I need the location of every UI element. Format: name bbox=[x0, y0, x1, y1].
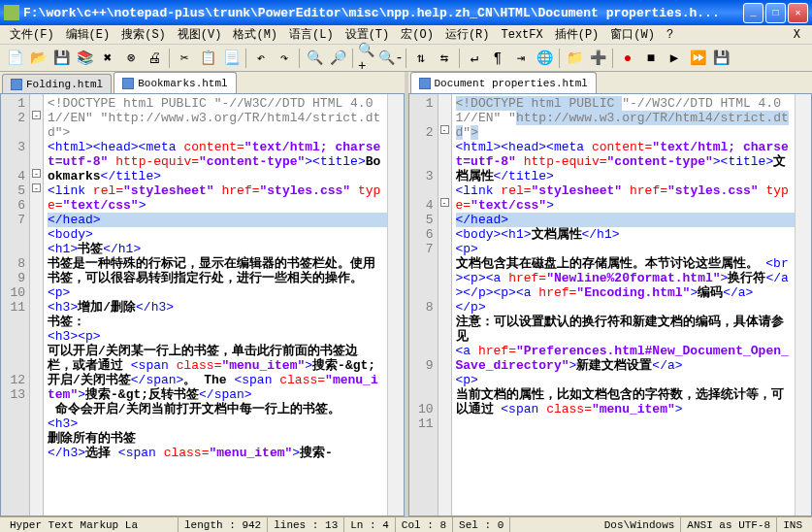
folder-icon[interactable]: 📁 bbox=[564, 48, 585, 69]
new-icon[interactable]: 📄 bbox=[4, 48, 25, 69]
menu-窗口(W)[interactable]: 窗口(W) bbox=[604, 24, 661, 45]
save-icon[interactable]: 💾 bbox=[50, 48, 72, 69]
main-area: Folding.htmlBookmarks.html 12 3 4567 891… bbox=[0, 72, 812, 516]
fast-icon[interactable]: ⏩ bbox=[687, 48, 708, 69]
left-tabs: Folding.htmlBookmarks.html bbox=[0, 72, 405, 93]
left-code[interactable]: <!DOCTYPE html PUBLIC "-//W3C//DTD HTML … bbox=[44, 94, 387, 515]
toolbar: 📄 📂 💾 📚 ✖ ⊗ 🖨 ✂ 📋 📃 ↶ ↷ 🔍 🔎 🔍+ 🔍- ⇅ ⇆ ↵ … bbox=[0, 45, 812, 72]
play-icon[interactable]: ▶ bbox=[664, 48, 685, 69]
menu-搜索(S)[interactable]: 搜索(S) bbox=[115, 24, 172, 45]
left-editor[interactable]: 12 3 4567 891011 1213 - - - <!DOCTYPE ht… bbox=[0, 93, 405, 516]
menu-close-icon[interactable]: X bbox=[786, 28, 808, 42]
left-fold[interactable]: - - - bbox=[30, 94, 44, 515]
minimize-button[interactable]: _ bbox=[743, 3, 763, 23]
savemacro-icon[interactable]: 💾 bbox=[710, 48, 731, 69]
statusbar: Hyper Text Markup La length : 942 lines … bbox=[0, 516, 812, 532]
undo-icon[interactable]: ↶ bbox=[250, 48, 272, 69]
redo-icon[interactable]: ↷ bbox=[274, 48, 295, 69]
status-lines: lines : 13 bbox=[268, 517, 344, 532]
tab[interactable]: Document properties.html bbox=[410, 72, 597, 93]
left-panel: Folding.htmlBookmarks.html 12 3 4567 891… bbox=[0, 72, 408, 516]
status-lang: Hyper Text Markup La bbox=[4, 517, 179, 532]
sync-h-icon[interactable]: ⇆ bbox=[434, 48, 455, 69]
right-editor[interactable]: 1 2 3 4567 8 9 1011 - - <!DOCTYPE html P… bbox=[408, 93, 813, 516]
left-scroll[interactable] bbox=[387, 94, 404, 515]
rec-icon[interactable]: ● bbox=[617, 48, 638, 69]
right-tabs: Document properties.html bbox=[408, 72, 813, 93]
menu-编辑(E)[interactable]: 编辑(E) bbox=[60, 24, 116, 45]
file-icon bbox=[11, 79, 22, 90]
print-icon[interactable]: 🖨 bbox=[144, 48, 165, 69]
app-icon bbox=[4, 5, 19, 20]
right-code[interactable]: <!DOCTYPE html PUBLIC "-//W3C//DTD HTML … bbox=[452, 94, 796, 515]
close-icon[interactable]: ✖ bbox=[97, 48, 118, 69]
wrap-icon[interactable]: ↵ bbox=[464, 48, 485, 69]
right-gutter: 1 2 3 4567 8 9 1011 bbox=[409, 94, 438, 515]
status-enc: ANSI as UTF-8 bbox=[681, 517, 777, 532]
status-length: length : 942 bbox=[179, 517, 268, 532]
maximize-button[interactable]: □ bbox=[765, 3, 786, 23]
menu-文件(F)[interactable]: 文件(F) bbox=[4, 24, 60, 45]
file-icon bbox=[419, 78, 431, 89]
saveall-icon[interactable]: 📚 bbox=[74, 48, 95, 69]
cut-icon[interactable]: ✂ bbox=[174, 48, 195, 69]
copy-icon[interactable]: 📋 bbox=[197, 48, 218, 69]
tab-label: Bookmarks.html bbox=[138, 78, 227, 89]
sync-v-icon[interactable]: ⇅ bbox=[410, 48, 432, 69]
status-eol: Dos\Windows bbox=[599, 517, 682, 532]
menu-视图(V)[interactable]: 视图(V) bbox=[172, 24, 228, 45]
zoomout-icon[interactable]: 🔍- bbox=[380, 48, 402, 69]
indent-icon[interactable]: ⇥ bbox=[510, 48, 532, 69]
right-panel: Document properties.html 1 2 3 4567 8 9 … bbox=[408, 72, 813, 516]
status-ln: Ln : 4 bbox=[344, 517, 396, 532]
replace-icon[interactable]: 🔎 bbox=[327, 48, 348, 69]
paste-icon[interactable]: 📃 bbox=[220, 48, 242, 69]
menu-TextFX[interactable]: TextFX bbox=[495, 26, 548, 44]
status-col: Col : 8 bbox=[396, 517, 453, 532]
close-button[interactable]: ✕ bbox=[788, 3, 808, 23]
zoomin-icon[interactable]: 🔍+ bbox=[357, 48, 378, 69]
menu-语言(L)[interactable]: 语言(L) bbox=[283, 24, 340, 45]
tab-label: Document properties.html bbox=[435, 78, 588, 89]
right-fold[interactable]: - - bbox=[438, 94, 452, 515]
lang-icon[interactable]: 🌐 bbox=[534, 48, 555, 69]
window-title: F:\work\c++\notepad-plus\trunk\PowerEdit… bbox=[23, 6, 743, 20]
menu-宏(O)[interactable]: 宏(O) bbox=[395, 24, 439, 45]
tab[interactable]: Folding.html bbox=[2, 74, 112, 93]
tab-label: Folding.html bbox=[26, 79, 103, 90]
left-gutter: 12 3 4567 891011 1213 bbox=[1, 94, 30, 515]
status-mode: INS bbox=[777, 517, 808, 532]
chars-icon[interactable]: ¶ bbox=[487, 48, 508, 69]
menu-插件(P)[interactable]: 插件(P) bbox=[549, 24, 605, 45]
tab[interactable]: Bookmarks.html bbox=[114, 72, 236, 93]
closeall-icon[interactable]: ⊗ bbox=[120, 48, 142, 69]
titlebar: F:\work\c++\notepad-plus\trunk\PowerEdit… bbox=[0, 0, 812, 25]
menubar: 文件(F)编辑(E)搜索(S)视图(V)格式(M)语言(L)设置(T)宏(O)运… bbox=[0, 25, 812, 45]
right-scroll[interactable] bbox=[795, 94, 811, 515]
menu-运行(R)[interactable]: 运行(R) bbox=[439, 24, 496, 45]
status-sel: Sel : 0 bbox=[453, 517, 510, 532]
stop-icon[interactable]: ■ bbox=[640, 48, 662, 69]
menu-格式(M)[interactable]: 格式(M) bbox=[227, 24, 283, 45]
plugin-icon[interactable]: ➕ bbox=[587, 48, 608, 69]
find-icon[interactable]: 🔍 bbox=[304, 48, 325, 69]
menu-?[interactable]: ? bbox=[661, 26, 679, 44]
open-icon[interactable]: 📂 bbox=[27, 48, 49, 69]
file-icon bbox=[122, 78, 134, 89]
